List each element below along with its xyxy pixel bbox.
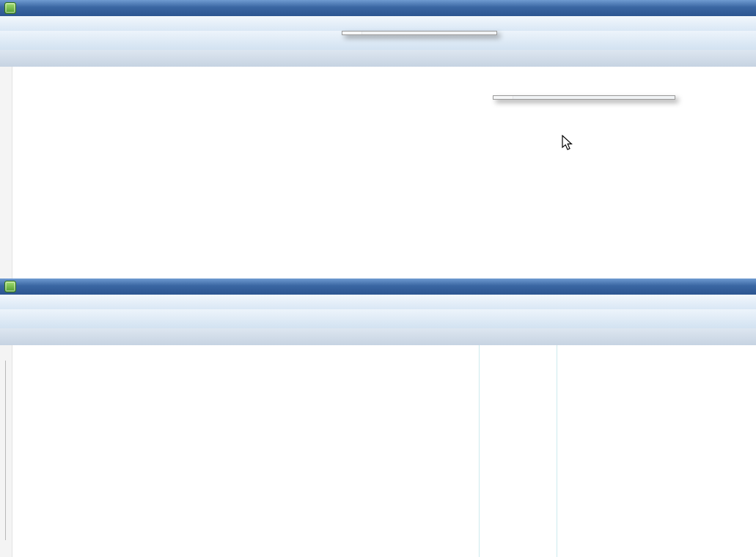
- plugins-dropdown-menu: [342, 31, 497, 35]
- notepadpp-app-icon: [4, 2, 16, 14]
- notepad-window-bottom: [0, 278, 756, 557]
- notepad-window-top: [0, 0, 756, 278]
- title-bar[interactable]: [0, 0, 756, 16]
- menu-bar: [0, 295, 756, 310]
- menu-bar: [0, 16, 756, 32]
- notepadpp-app-icon: [4, 281, 16, 292]
- tab-bar: [0, 50, 756, 67]
- tab-bar: [0, 328, 756, 346]
- title-bar[interactable]: [0, 278, 756, 295]
- fold-structure-line: [5, 361, 6, 540]
- jsmin-submenu: [493, 95, 675, 100]
- editor-content: [0, 345, 756, 557]
- code-editor[interactable]: [0, 345, 756, 557]
- toolbar: [0, 309, 756, 329]
